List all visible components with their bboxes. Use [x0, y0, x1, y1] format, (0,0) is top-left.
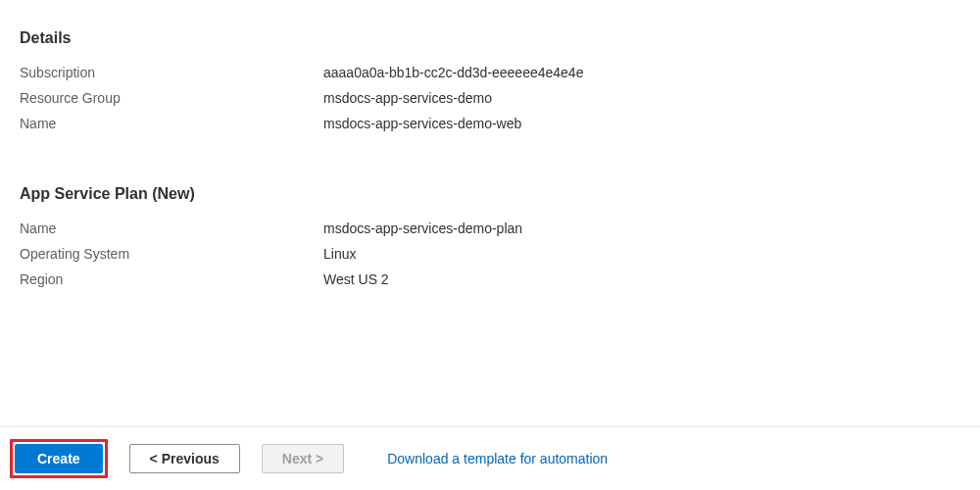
plan-name-label: Name: [20, 220, 323, 236]
plan-os-value: Linux: [323, 246, 356, 262]
previous-button[interactable]: < Previous: [129, 444, 240, 473]
next-button: Next >: [262, 444, 344, 473]
resource-group-label: Resource Group: [20, 90, 323, 106]
download-template-link[interactable]: Download a template for automation: [387, 451, 608, 466]
wizard-footer: Create < Previous Next > Download a temp…: [0, 426, 980, 490]
summary-content: Details Subscription aaaa0a0a-bb1b-cc2c-…: [0, 0, 980, 287]
plan-name-value: msdocs-app-services-demo-plan: [323, 220, 522, 236]
resource-group-row: Resource Group msdocs-app-services-demo: [20, 90, 960, 106]
plan-os-label: Operating System: [20, 246, 323, 262]
plan-region-row: Region West US 2: [20, 271, 960, 287]
name-row: Name msdocs-app-services-demo-web: [20, 116, 960, 131]
details-heading: Details: [20, 29, 960, 47]
app-service-plan-section: App Service Plan (New) Name msdocs-app-s…: [20, 185, 960, 287]
plan-os-row: Operating System Linux: [20, 246, 960, 262]
plan-region-value: West US 2: [323, 271, 389, 287]
plan-region-label: Region: [20, 271, 323, 287]
resource-group-value: msdocs-app-services-demo: [323, 90, 492, 106]
name-label: Name: [20, 116, 323, 131]
details-section: Details Subscription aaaa0a0a-bb1b-cc2c-…: [20, 29, 960, 131]
subscription-row: Subscription aaaa0a0a-bb1b-cc2c-dd3d-eee…: [20, 65, 960, 80]
create-button[interactable]: Create: [15, 444, 103, 473]
name-value: msdocs-app-services-demo-web: [323, 116, 521, 131]
create-button-highlight: Create: [10, 439, 108, 478]
plan-heading: App Service Plan (New): [20, 185, 960, 203]
subscription-label: Subscription: [20, 65, 323, 80]
subscription-value: aaaa0a0a-bb1b-cc2c-dd3d-eeeeee4e4e4e: [323, 65, 583, 80]
plan-name-row: Name msdocs-app-services-demo-plan: [20, 220, 960, 236]
